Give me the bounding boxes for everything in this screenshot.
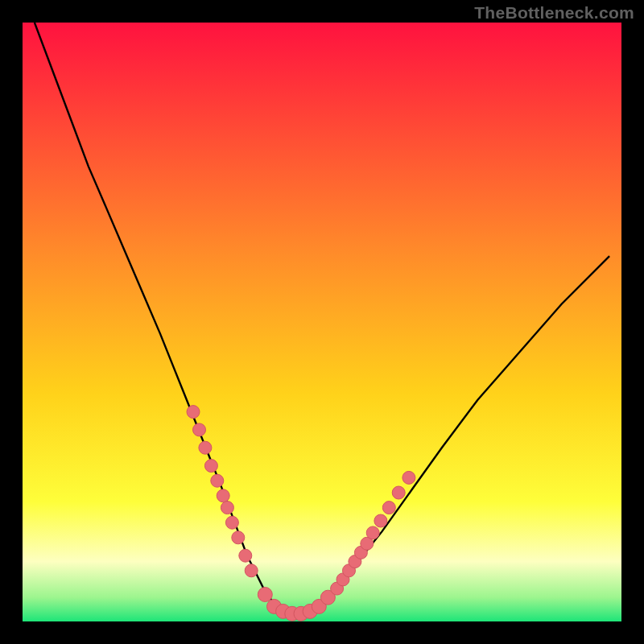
data-dot [245,564,258,577]
data-dot [221,502,233,514]
data-dot [382,502,395,514]
bottleneck-chart [23,23,621,621]
watermark-text: TheBottleneck.com [474,3,634,23]
data-dot [217,489,229,502]
data-dot [258,588,272,602]
data-dot [392,486,405,499]
data-dot [374,514,387,527]
data-dot [204,460,217,473]
data-dot [193,423,206,436]
gradient-background [23,23,621,621]
data-dot [211,474,224,487]
data-dot [187,406,200,419]
data-dot [199,441,212,454]
data-dot [402,471,415,484]
data-dot [225,516,238,529]
data-dot [366,526,379,539]
data-dot [232,531,245,544]
data-dot [239,549,252,562]
chart-container [23,23,621,621]
